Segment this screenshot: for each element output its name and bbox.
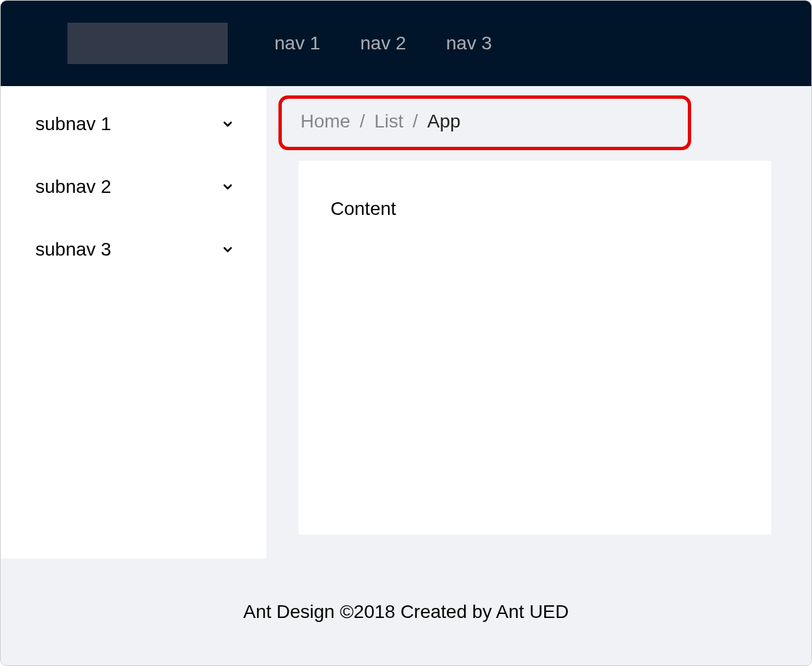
header: nav 1 nav 2 nav 3 — [1, 1, 811, 86]
top-nav: nav 1 nav 2 nav 3 — [274, 33, 492, 54]
content-card: Content — [298, 161, 771, 535]
footer-text: Ant Design ©2018 Created by Ant UED — [243, 601, 569, 623]
chevron-down-icon — [221, 117, 234, 131]
sidebar-item-label: subnav 3 — [35, 239, 112, 260]
top-nav-item-1[interactable]: nav 1 — [274, 33, 321, 54]
sidebar: subnav 1 subnav 2 subnav 3 — [1, 86, 266, 559]
app-frame: nav 1 nav 2 nav 3 subnav 1 subnav 2 subn… — [0, 0, 812, 666]
chevron-down-icon — [221, 180, 234, 194]
breadcrumb-separator: / — [413, 111, 418, 132]
sidebar-item-subnav-2[interactable]: subnav 2 — [1, 155, 266, 218]
logo-placeholder — [67, 23, 228, 64]
footer: Ant Design ©2018 Created by Ant UED — [1, 559, 811, 665]
breadcrumb: Home / List / App — [300, 111, 669, 132]
sidebar-item-subnav-1[interactable]: subnav 1 — [1, 93, 266, 155]
breadcrumb-item-list[interactable]: List — [374, 111, 403, 132]
breadcrumb-separator: / — [360, 111, 365, 132]
top-nav-item-3[interactable]: nav 3 — [446, 33, 492, 54]
content-text: Content — [331, 198, 739, 220]
sidebar-item-subnav-3[interactable]: subnav 3 — [1, 218, 266, 281]
chevron-down-icon — [221, 243, 234, 256]
breadcrumb-item-app: App — [427, 111, 461, 132]
top-nav-item-2[interactable]: nav 2 — [361, 33, 407, 54]
sidebar-item-label: subnav 2 — [35, 176, 112, 198]
body: subnav 1 subnav 2 subnav 3 — [1, 86, 811, 559]
breadcrumb-highlight: Home / List / App — [278, 95, 691, 150]
sidebar-item-label: subnav 1 — [35, 113, 112, 135]
breadcrumb-item-home[interactable]: Home — [300, 111, 351, 132]
main: Home / List / App Content — [266, 86, 811, 559]
